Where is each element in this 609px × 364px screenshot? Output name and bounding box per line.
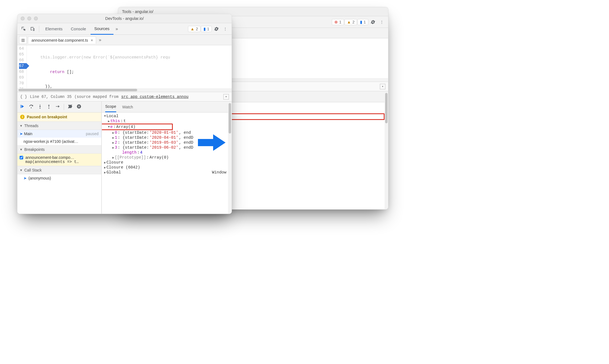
device-toggle-icon[interactable] [28, 25, 37, 33]
svg-point-2 [39, 108, 40, 109]
line-gutter[interactable]: 64 65 66 67 68 69 70 71 [17, 45, 27, 92]
debugger-sidebar: i Paused on breakpoint ▼Threads ➤Mainpau… [17, 101, 102, 214]
cursor-position: Line 67, Column 35 [30, 95, 72, 99]
errors-badge[interactable]: ⊗1 [332, 19, 344, 25]
vertical-scrollbar[interactable] [385, 91, 388, 209]
deactivate-breakpoints-icon[interactable] [67, 104, 73, 110]
callstack-header[interactable]: ▼Call Stack [17, 166, 101, 174]
tab-scope[interactable]: Scope [105, 101, 116, 112]
collapse-icon[interactable]: ▾ [380, 84, 385, 89]
source-map-link[interactable]: src_app_custom-elements_annou [121, 95, 189, 99]
tab-watch[interactable]: Watch [122, 101, 133, 112]
step-out-icon[interactable] [46, 104, 52, 110]
paused-banner: i Paused on breakpoint [17, 113, 101, 122]
settings-icon[interactable] [369, 18, 377, 26]
settings-icon[interactable] [212, 25, 221, 33]
step-over-icon[interactable] [28, 104, 34, 110]
scope-global[interactable]: ▶GlobalWindow [102, 170, 228, 175]
svg-rect-0 [20, 105, 21, 108]
close-icon[interactable]: × [91, 38, 93, 42]
devtools-window-before: DevTools - angular.io/ Elements Console … [17, 14, 232, 214]
kebab-icon[interactable]: ⋮ [378, 18, 386, 26]
step-icon[interactable] [55, 104, 60, 110]
file-tab-announcement[interactable]: announcement-bar.component.ts× [28, 36, 96, 44]
svg-rect-6 [79, 106, 80, 108]
breakpoint-checkbox[interactable] [20, 156, 23, 159]
svg-point-3 [48, 108, 49, 109]
file-tabs: ▥ announcement-bar.component.ts× » [17, 35, 232, 45]
thread-worker[interactable]: ngsw-worker.js #7100 (activat… [17, 138, 101, 145]
horizontal-scrollbar[interactable] [17, 88, 232, 92]
tab-sources[interactable]: Sources [91, 23, 113, 35]
scope-prototype[interactable]: ▶[[Prototype]]: Array(0) [102, 155, 228, 160]
kebab-icon[interactable]: ⋮ [221, 25, 229, 33]
thread-main[interactable]: ➤Mainpaused [17, 130, 101, 138]
tabs-overflow-icon[interactable]: » [114, 26, 120, 31]
breakpoint-entry[interactable]: announcement-bar.compo… map(announcement… [17, 154, 101, 166]
threads-header[interactable]: ▼Threads [17, 122, 101, 130]
tab-console[interactable]: Console [67, 23, 90, 34]
title-partial: Tools - angular.io/ [122, 9, 153, 14]
titlebar: DevTools - angular.io/ [17, 14, 232, 23]
traffic-lights[interactable] [21, 17, 38, 20]
vertical-scrollbar[interactable] [228, 101, 232, 214]
status-bar: { } Line 67, Column 35 (source mapped fr… [17, 92, 232, 101]
tab-elements[interactable]: Elements [41, 23, 67, 34]
code-editor[interactable]: 64 65 66 67 68 69 70 71 this.logger.erro… [17, 45, 232, 92]
inspect-icon[interactable] [20, 25, 28, 33]
pretty-print-icon[interactable]: { } [20, 95, 27, 99]
file-tabs-overflow-icon[interactable]: » [97, 38, 103, 42]
svg-rect-5 [78, 106, 79, 108]
warnings-badge[interactable]: ▲2 [345, 19, 357, 25]
scope-this[interactable]: ▶this: t [102, 119, 228, 124]
comparison-arrow-icon [197, 133, 227, 152]
scope-panel: Scope Watch ▼Local ▶this: t ▼e: Array(4)… [102, 101, 228, 214]
step-into-icon[interactable] [37, 104, 43, 110]
svg-point-4 [77, 105, 81, 109]
pause-exceptions-icon[interactable] [76, 104, 82, 110]
info-icon: i [20, 115, 25, 119]
resume-icon[interactable] [20, 104, 25, 110]
breakpoints-header[interactable]: ▼Breakpoints [17, 145, 101, 154]
window-title: DevTools - angular.io/ [105, 16, 144, 21]
main-tabstrip: Elements Console Sources » ▲2 ▮1 ⋮ [17, 23, 232, 35]
messages-badge[interactable]: ▮1 [358, 19, 368, 25]
messages-badge[interactable]: ▮1 [201, 26, 212, 32]
debugger-toolbar [17, 101, 101, 113]
scope-e-array[interactable]: ▼e: Array(4) [102, 124, 173, 130]
warnings-badge[interactable]: ▲2 [188, 26, 201, 32]
navigator-toggle-icon[interactable]: ▥ [19, 36, 27, 44]
callstack-frame[interactable]: ➤(anonymous) [17, 174, 101, 182]
svg-point-1 [31, 107, 31, 108]
collapse-icon[interactable]: ▾ [223, 94, 229, 100]
